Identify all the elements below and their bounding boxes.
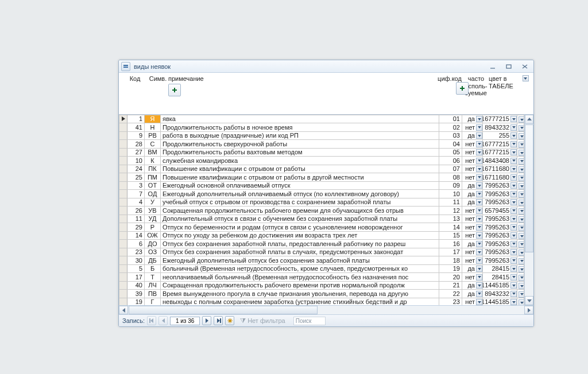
dropdown-icon[interactable] [476, 166, 482, 172]
cell-code[interactable]: 23 [127, 248, 145, 256]
hscroll-right-button[interactable] [524, 306, 533, 314]
cell-symv[interactable]: ДО [145, 240, 161, 248]
row-selector[interactable] [119, 165, 127, 173]
cell-symv[interactable]: РВ [145, 131, 161, 140]
cell-num[interactable]: 06 [439, 157, 462, 165]
cell-color[interactable]: 28415 [483, 273, 517, 282]
cell-desc[interactable]: больничный (Временная нетрудоспособность… [161, 264, 439, 273]
dropdown-icon[interactable] [476, 274, 482, 280]
dropdown-icon[interactable] [519, 125, 524, 131]
cell-num[interactable]: 14 [439, 223, 462, 232]
cell-freq[interactable]: нет [462, 173, 483, 182]
row-selector[interactable] [119, 298, 127, 305]
cell-symv[interactable]: ОЗ [145, 248, 161, 256]
row-selector[interactable] [119, 248, 127, 256]
cell-code[interactable]: 28 [127, 140, 145, 149]
cell-tail[interactable] [517, 290, 524, 298]
cell-num[interactable]: 22 [439, 290, 462, 298]
cell-freq[interactable]: нет [462, 223, 483, 232]
cell-num[interactable]: 23 [439, 298, 462, 305]
dropdown-icon[interactable] [476, 249, 482, 255]
dropdown-icon[interactable] [510, 199, 517, 205]
table-row[interactable]: 9РВработа в выходные (праздничные) или к… [119, 131, 524, 140]
cell-tail[interactable] [517, 198, 524, 207]
cell-tail[interactable] [517, 231, 524, 240]
maximize-button[interactable] [502, 63, 515, 71]
dropdown-icon[interactable] [510, 232, 517, 239]
table-row[interactable]: 19Гневыходы с полным сохранением заработ… [119, 298, 524, 305]
cell-color[interactable]: 7995263 [483, 248, 517, 256]
cell-freq[interactable]: нет [462, 148, 483, 157]
cell-color[interactable]: 255 [483, 131, 517, 140]
cell-freq[interactable]: нет [462, 256, 483, 265]
dropdown-icon[interactable] [519, 233, 524, 239]
dropdown-icon[interactable] [510, 174, 517, 181]
table-row[interactable]: 40ЛЧСокращенная продолжительность рабоче… [119, 281, 524, 290]
cell-num[interactable]: 12 [439, 207, 462, 215]
nav-prev-button[interactable] [158, 316, 168, 325]
table-row[interactable]: 41НПродолжительность работы в ночное вре… [119, 123, 524, 132]
cell-desc[interactable]: невыходы с полным сохранением заработка … [161, 298, 439, 305]
nav-position-input[interactable] [170, 317, 200, 325]
dropdown-icon[interactable] [519, 150, 524, 156]
cell-freq[interactable]: да [462, 190, 483, 198]
cell-num[interactable]: 03 [439, 131, 462, 140]
cell-tail[interactable] [517, 173, 524, 182]
cell-num[interactable]: 07 [439, 165, 462, 173]
cell-num[interactable]: 13 [439, 215, 462, 223]
dropdown-icon[interactable] [519, 183, 524, 189]
dropdown-icon[interactable] [510, 158, 517, 164]
cell-desc[interactable]: Продолжительность сверхурочной работы [161, 140, 439, 149]
cell-num[interactable]: 17 [439, 248, 462, 256]
cell-color[interactable]: 16711680 [483, 173, 517, 182]
dropdown-icon[interactable] [510, 216, 517, 222]
table-row[interactable]: 29РОтпуск по беременности и родам (отпус… [119, 223, 524, 232]
cell-num[interactable]: 04 [439, 140, 462, 149]
dropdown-icon[interactable] [510, 266, 517, 272]
cell-symv[interactable]: У [145, 198, 161, 207]
cell-code[interactable]: 27 [127, 148, 145, 157]
cell-num[interactable]: 01 [439, 115, 462, 123]
cell-num[interactable]: 09 [439, 181, 462, 190]
cell-tail[interactable] [517, 131, 524, 140]
cell-code[interactable]: 4 [127, 198, 145, 207]
cell-tail[interactable] [517, 157, 524, 165]
cell-tail[interactable] [517, 123, 524, 132]
table-row[interactable]: 27ВМПродолжительность работы вахтовым ме… [119, 148, 524, 157]
cell-symv[interactable]: К [145, 157, 161, 165]
cell-symv[interactable]: Н [145, 123, 161, 132]
dropdown-icon[interactable] [519, 116, 524, 123]
dropdown-icon[interactable] [476, 133, 482, 139]
cell-color[interactable]: 7995263 [483, 181, 517, 190]
cell-color[interactable]: 7995263 [483, 190, 517, 198]
cell-symv[interactable]: Я [145, 115, 161, 123]
nav-next-button[interactable] [202, 316, 211, 325]
cell-symv[interactable]: ДБ [145, 256, 161, 265]
cell-code[interactable]: 29 [127, 223, 145, 232]
cell-desc[interactable]: Отпуск по беременности и родам (отпуск в… [161, 223, 439, 232]
cell-code[interactable]: 19 [127, 298, 145, 305]
scroll-up-button[interactable] [525, 115, 533, 124]
cell-tail[interactable] [517, 181, 524, 190]
cell-code[interactable]: 10 [127, 157, 145, 165]
cell-color[interactable]: 7995263 [483, 240, 517, 248]
row-selector[interactable] [119, 131, 127, 140]
table-row[interactable]: 17Тнеоплачиваемый больничный (Временная … [119, 273, 524, 282]
cell-tail[interactable] [517, 140, 524, 149]
row-selector[interactable] [119, 173, 127, 182]
cell-symv[interactable]: Т [145, 273, 161, 282]
table-row[interactable]: 24ПКПовышение квалификации с отрывом от … [119, 165, 524, 173]
cell-color[interactable]: 7995263 [483, 223, 517, 232]
dropdown-icon[interactable] [476, 141, 482, 147]
dropdown-icon[interactable] [476, 158, 482, 164]
nav-search-input[interactable] [293, 317, 326, 325]
table-row[interactable]: 4Уучебный отпуск с отрывом от производст… [119, 198, 524, 207]
cell-freq[interactable]: нет [462, 273, 483, 282]
hscroll-thumb[interactable] [129, 306, 318, 314]
cell-desc[interactable]: Время вынужденного прогула в случае приз… [161, 290, 439, 298]
minimize-button[interactable] [486, 63, 499, 71]
cell-num[interactable]: 18 [439, 256, 462, 265]
dropdown-icon[interactable] [476, 232, 482, 239]
cell-code[interactable]: 7 [127, 190, 145, 198]
dropdown-icon[interactable] [476, 124, 482, 131]
